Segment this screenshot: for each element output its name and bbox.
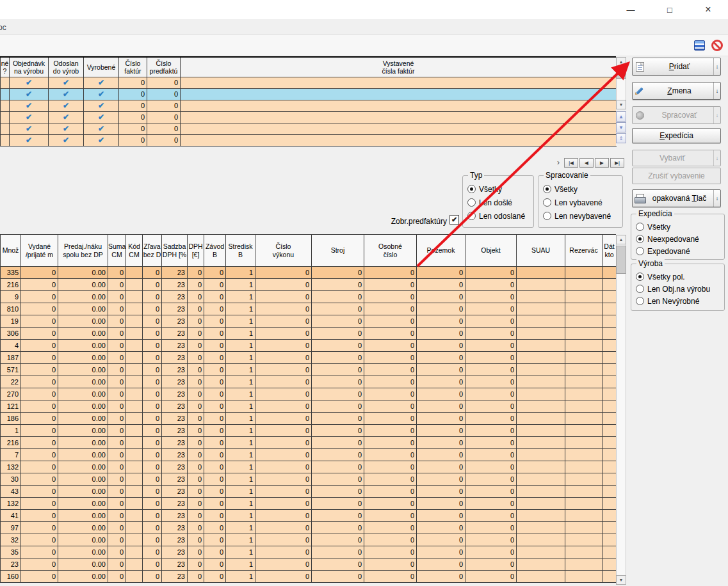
item-row[interactable]: 16000.00002300100000 [1, 571, 617, 583]
items-grid-scrollbar[interactable]: ▲ ▼ [616, 234, 627, 586]
column-header[interactable]: Pozemok [417, 235, 465, 267]
order-row[interactable]: ✔✔✔00 [1, 111, 617, 123]
radio-option[interactable]: Expedované [631, 245, 724, 257]
order-row[interactable]: ✔✔✔00 [1, 77, 617, 88]
column-header[interactable]: Vyrobené [84, 57, 119, 77]
radio-option[interactable]: Všetky [631, 221, 724, 233]
scrollbar-track[interactable] [616, 244, 626, 575]
nav-button[interactable]: |◀ [564, 158, 578, 168]
radio-option[interactable]: Len Obj.na výrobu [631, 283, 724, 295]
scroll-up-button[interactable]: ▲ [616, 57, 626, 67]
item-row[interactable]: 81000.00002300100000 [1, 303, 617, 315]
item-row[interactable]: 33500.00002300100000 [1, 267, 617, 279]
scrollbar-thumb[interactable] [616, 67, 626, 79]
order-row[interactable]: ✔✔✔00 [1, 100, 617, 111]
nav-button[interactable]: ▶| [610, 158, 624, 168]
order-row[interactable]: ✔✔✔00 [1, 88, 617, 100]
radio-option[interactable]: Len odoslané [463, 209, 533, 223]
radio-option[interactable]: Neexpedované [631, 233, 724, 245]
opakovana-tlac-button[interactable]: opakovaná Tlač ↓ [632, 189, 721, 207]
radio-option[interactable]: Všetky pol. [631, 271, 724, 283]
radio-option[interactable]: Všetky [538, 182, 622, 196]
nav-button[interactable]: ▼ [616, 122, 626, 132]
column-header[interactable]: Množ [1, 235, 21, 267]
item-row[interactable]: 57100.00002300100000 [1, 364, 617, 376]
radio-button[interactable] [636, 223, 644, 231]
radio-button[interactable] [543, 212, 551, 220]
expedicia-button[interactable]: Expedícia [632, 128, 721, 143]
radio-button[interactable] [636, 285, 644, 293]
item-row[interactable]: 1900.00002300100000 [1, 315, 617, 328]
column-header[interactable]: Zľava bez D [143, 235, 162, 267]
column-header[interactable]: Dát kto [603, 235, 617, 267]
column-header[interactable]: Odoslan do výrob [49, 57, 84, 77]
nav-button[interactable]: ◀ [579, 158, 594, 168]
no-entry-icon[interactable] [711, 40, 723, 51]
scroll-up-button[interactable]: ▲ [616, 235, 626, 244]
column-header[interactable]: Rezervác [565, 235, 603, 267]
column-header[interactable]: Vystavené čísla faktúr [181, 57, 617, 77]
close-button[interactable]: × [693, 0, 723, 19]
radio-button[interactable] [636, 297, 644, 305]
item-row[interactable]: 30600.00002300100000 [1, 328, 617, 340]
zmena-button[interactable]: Zmena ↓ [632, 82, 721, 100]
radio-button[interactable] [543, 198, 551, 207]
items-grid[interactable]: MnožVydané /prijaté mPredaj./náku spolu … [0, 234, 617, 583]
zrusit-vybavenie-button[interactable]: Zrušiť vybavenie [632, 168, 721, 184]
column-header[interactable]: Sadzba DPH [% [162, 235, 188, 267]
item-row[interactable]: 100.00002300100000 [1, 425, 617, 437]
item-row[interactable]: 12100.00002300100000 [1, 400, 617, 413]
item-row[interactable]: 13200.00002300100000 [1, 461, 617, 473]
pridat-button[interactable]: Pridať ↓ [632, 58, 721, 75]
radio-button[interactable] [543, 185, 551, 193]
column-header[interactable]: SUAU [517, 235, 565, 267]
item-row[interactable]: 700.00002300100000 [1, 449, 617, 461]
dropdown-arrow-icon[interactable]: ↓ [713, 58, 720, 75]
radio-option[interactable]: Všetky [463, 182, 533, 196]
nav-button[interactable]: ▶ [595, 158, 609, 168]
dropdown-arrow-icon[interactable]: ↓ [713, 83, 720, 99]
column-header[interactable]: Kód CM [126, 235, 143, 267]
nav-button[interactable]: ⇕ [616, 133, 626, 143]
item-row[interactable]: 21600.00002300100000 [1, 279, 617, 291]
column-header[interactable]: Číslo predfaktú [147, 57, 181, 77]
nav-button[interactable]: ▲ [616, 111, 626, 122]
item-row[interactable]: 3000.00002300100000 [1, 473, 617, 486]
radio-button[interactable] [636, 235, 644, 243]
orders-grid[interactable]: né ?Objednávk na výrobuOdoslan do výrobV… [0, 56, 617, 146]
scroll-down-button[interactable]: ▼ [616, 100, 626, 109]
column-header[interactable]: DPH [€] [188, 235, 204, 267]
item-row[interactable]: 400.00002300100000 [1, 340, 617, 352]
order-row[interactable]: ✔✔✔00 [1, 134, 617, 146]
column-header[interactable]: Osobné číslo [364, 235, 417, 267]
radio-button[interactable] [467, 212, 476, 220]
column-header[interactable]: Závod B [204, 235, 226, 267]
data-icon[interactable] [694, 40, 705, 51]
column-header[interactable]: Číslo faktúr [119, 57, 147, 77]
dropdown-arrow-icon[interactable]: ↓ [713, 190, 720, 207]
item-row[interactable]: 4300.00002300100000 [1, 486, 617, 498]
radio-option[interactable]: Len vybavené [538, 196, 622, 209]
order-row[interactable]: ✔✔✔00 [1, 123, 617, 134]
column-header[interactable]: Číslo výkonu [255, 235, 312, 267]
item-row[interactable]: 3200.00002300100000 [1, 534, 617, 546]
item-row[interactable]: 18700.00002300100000 [1, 352, 617, 364]
radio-button[interactable] [636, 247, 644, 255]
column-header[interactable]: Suma CM [108, 235, 126, 267]
radio-option[interactable]: Len Nevýrobné [631, 295, 724, 307]
vybavit-button[interactable]: Vybaviť ↓ [632, 150, 721, 166]
radio-button[interactable] [636, 273, 644, 281]
column-header[interactable]: Predaj./náku spolu bez DP [58, 235, 108, 267]
radio-button[interactable] [467, 185, 476, 193]
column-header[interactable]: Objednávk na výrobu [10, 57, 49, 77]
spracovat-button[interactable]: Spracovať ↓ [632, 106, 721, 124]
item-row[interactable]: 9700.00002300100000 [1, 522, 617, 534]
zobr-predfaktury-checkbox[interactable]: ✔ [449, 215, 459, 225]
item-row[interactable]: 900.00002300100000 [1, 291, 617, 303]
column-header[interactable]: Stredisk B [226, 235, 255, 267]
radio-option[interactable]: Len došlé [463, 196, 533, 209]
column-header[interactable]: Objekt [465, 235, 517, 267]
item-row[interactable]: 27000.00002300100000 [1, 388, 617, 400]
item-row[interactable]: 13200.00002300100000 [1, 498, 617, 510]
item-row[interactable]: 18600.00002300100000 [1, 413, 617, 425]
